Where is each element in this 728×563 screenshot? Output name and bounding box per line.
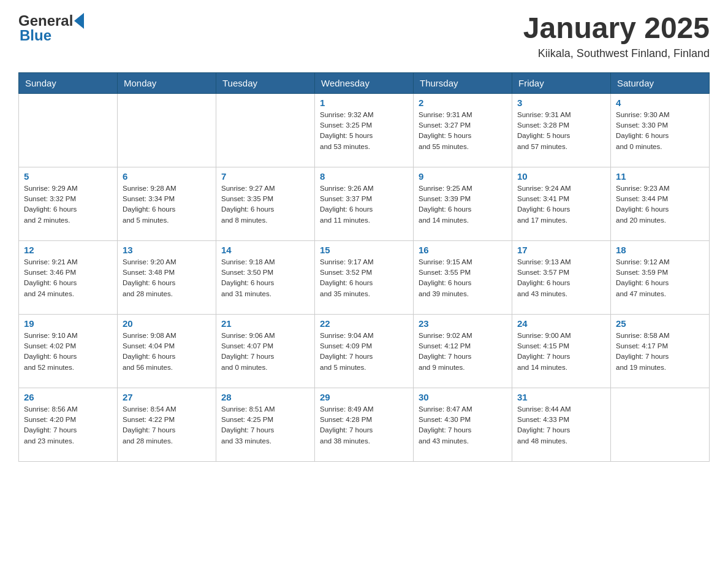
calendar-cell: 31Sunrise: 8:44 AM Sunset: 4:33 PM Dayli… (512, 388, 611, 461)
calendar-cell (118, 93, 216, 167)
day-info: Sunrise: 9:26 AM Sunset: 3:37 PM Dayligh… (320, 183, 408, 226)
day-info: Sunrise: 8:49 AM Sunset: 4:28 PM Dayligh… (320, 404, 408, 446)
day-info: Sunrise: 9:04 AM Sunset: 4:09 PM Dayligh… (320, 331, 408, 373)
day-number: 30 (419, 392, 507, 402)
calendar-cell: 29Sunrise: 8:49 AM Sunset: 4:28 PM Dayli… (315, 388, 414, 461)
day-info: Sunrise: 8:51 AM Sunset: 4:25 PM Dayligh… (221, 404, 309, 446)
page-title: January 2025 (523, 12, 710, 45)
calendar-cell: 21Sunrise: 9:06 AM Sunset: 4:07 PM Dayli… (216, 314, 315, 388)
day-number: 16 (419, 245, 507, 255)
day-info: Sunrise: 9:13 AM Sunset: 3:57 PM Dayligh… (517, 257, 605, 299)
calendar-table: SundayMondayTuesdayWednesdayThursdayFrid… (18, 72, 710, 462)
day-number: 25 (616, 318, 704, 329)
calendar-cell: 5Sunrise: 9:29 AM Sunset: 3:32 PM Daylig… (19, 167, 118, 240)
day-info: Sunrise: 9:15 AM Sunset: 3:55 PM Dayligh… (419, 257, 507, 299)
day-info: Sunrise: 8:44 AM Sunset: 4:33 PM Dayligh… (517, 404, 605, 446)
day-info: Sunrise: 9:08 AM Sunset: 4:04 PM Dayligh… (123, 331, 211, 373)
day-number: 3 (517, 98, 605, 108)
day-number: 4 (616, 98, 704, 108)
day-info: Sunrise: 8:56 AM Sunset: 4:20 PM Dayligh… (24, 404, 112, 446)
calendar-cell: 8Sunrise: 9:26 AM Sunset: 3:37 PM Daylig… (315, 167, 414, 240)
day-number: 24 (517, 318, 605, 329)
day-number: 10 (517, 171, 605, 182)
day-number: 14 (221, 245, 309, 255)
logo: General Blue (18, 12, 84, 44)
day-number: 2 (419, 98, 507, 108)
day-info: Sunrise: 9:31 AM Sunset: 3:28 PM Dayligh… (517, 110, 605, 152)
calendar-cell: 3Sunrise: 9:31 AM Sunset: 3:28 PM Daylig… (512, 93, 611, 167)
day-header-friday: Friday (512, 72, 611, 93)
day-info: Sunrise: 9:24 AM Sunset: 3:41 PM Dayligh… (517, 183, 605, 226)
day-number: 15 (320, 245, 408, 255)
day-info: Sunrise: 9:30 AM Sunset: 3:30 PM Dayligh… (616, 110, 704, 152)
day-info: Sunrise: 8:58 AM Sunset: 4:17 PM Dayligh… (616, 331, 704, 373)
day-info: Sunrise: 9:02 AM Sunset: 4:12 PM Dayligh… (419, 331, 507, 373)
day-info: Sunrise: 9:28 AM Sunset: 3:34 PM Dayligh… (123, 183, 211, 226)
page-header: General Blue January 2025 Kiikala, South… (18, 12, 710, 60)
calendar-week-4: 19Sunrise: 9:10 AM Sunset: 4:02 PM Dayli… (19, 314, 710, 388)
day-number: 11 (616, 171, 704, 182)
day-info: Sunrise: 8:54 AM Sunset: 4:22 PM Dayligh… (123, 404, 211, 446)
day-number: 18 (616, 245, 704, 255)
day-info: Sunrise: 9:18 AM Sunset: 3:50 PM Dayligh… (221, 257, 309, 299)
calendar-cell: 12Sunrise: 9:21 AM Sunset: 3:46 PM Dayli… (19, 240, 118, 314)
calendar-cell: 13Sunrise: 9:20 AM Sunset: 3:48 PM Dayli… (118, 240, 216, 314)
day-number: 21 (221, 318, 309, 329)
day-number: 7 (221, 171, 309, 182)
day-number: 12 (24, 245, 112, 255)
calendar-cell: 19Sunrise: 9:10 AM Sunset: 4:02 PM Dayli… (19, 314, 118, 388)
day-info: Sunrise: 9:10 AM Sunset: 4:02 PM Dayligh… (24, 331, 112, 373)
day-info: Sunrise: 9:20 AM Sunset: 3:48 PM Dayligh… (123, 257, 211, 299)
calendar-cell: 25Sunrise: 8:58 AM Sunset: 4:17 PM Dayli… (611, 314, 710, 388)
calendar-cell: 11Sunrise: 9:23 AM Sunset: 3:44 PM Dayli… (611, 167, 710, 240)
calendar-cell (216, 93, 315, 167)
day-number: 29 (320, 392, 408, 402)
calendar-cell: 27Sunrise: 8:54 AM Sunset: 4:22 PM Dayli… (118, 388, 216, 461)
day-info: Sunrise: 9:29 AM Sunset: 3:32 PM Dayligh… (24, 183, 112, 226)
calendar-cell: 2Sunrise: 9:31 AM Sunset: 3:27 PM Daylig… (414, 93, 512, 167)
calendar-cell (19, 93, 118, 167)
calendar-cell (611, 388, 710, 461)
calendar-cell: 4Sunrise: 9:30 AM Sunset: 3:30 PM Daylig… (611, 93, 710, 167)
day-info: Sunrise: 9:27 AM Sunset: 3:35 PM Dayligh… (221, 183, 309, 226)
day-info: Sunrise: 9:21 AM Sunset: 3:46 PM Dayligh… (24, 257, 112, 299)
calendar-cell: 30Sunrise: 8:47 AM Sunset: 4:30 PM Dayli… (414, 388, 512, 461)
day-number: 26 (24, 392, 112, 402)
calendar-cell: 17Sunrise: 9:13 AM Sunset: 3:57 PM Dayli… (512, 240, 611, 314)
calendar-cell: 1Sunrise: 9:32 AM Sunset: 3:25 PM Daylig… (315, 93, 414, 167)
day-header-thursday: Thursday (414, 72, 512, 93)
day-info: Sunrise: 9:23 AM Sunset: 3:44 PM Dayligh… (616, 183, 704, 226)
day-number: 8 (320, 171, 408, 182)
calendar-week-2: 5Sunrise: 9:29 AM Sunset: 3:32 PM Daylig… (19, 167, 710, 240)
calendar-cell: 24Sunrise: 9:00 AM Sunset: 4:15 PM Dayli… (512, 314, 611, 388)
calendar-cell: 14Sunrise: 9:18 AM Sunset: 3:50 PM Dayli… (216, 240, 315, 314)
day-info: Sunrise: 8:47 AM Sunset: 4:30 PM Dayligh… (419, 404, 507, 446)
calendar-cell: 7Sunrise: 9:27 AM Sunset: 3:35 PM Daylig… (216, 167, 315, 240)
calendar-cell: 10Sunrise: 9:24 AM Sunset: 3:41 PM Dayli… (512, 167, 611, 240)
title-block: January 2025 Kiikala, Southwest Finland,… (523, 12, 710, 60)
day-header-monday: Monday (118, 72, 216, 93)
day-number: 22 (320, 318, 408, 329)
logo-blue-text: Blue (20, 27, 51, 44)
day-info: Sunrise: 9:00 AM Sunset: 4:15 PM Dayligh… (517, 331, 605, 373)
day-number: 9 (419, 171, 507, 182)
calendar-week-1: 1Sunrise: 9:32 AM Sunset: 3:25 PM Daylig… (19, 93, 710, 167)
day-number: 31 (517, 392, 605, 402)
day-info: Sunrise: 9:25 AM Sunset: 3:39 PM Dayligh… (419, 183, 507, 226)
day-info: Sunrise: 9:17 AM Sunset: 3:52 PM Dayligh… (320, 257, 408, 299)
day-number: 17 (517, 245, 605, 255)
day-number: 19 (24, 318, 112, 329)
day-number: 1 (320, 98, 408, 108)
day-number: 23 (419, 318, 507, 329)
day-number: 5 (24, 171, 112, 182)
calendar-cell: 15Sunrise: 9:17 AM Sunset: 3:52 PM Dayli… (315, 240, 414, 314)
day-info: Sunrise: 9:06 AM Sunset: 4:07 PM Dayligh… (221, 331, 309, 373)
calendar-cell: 6Sunrise: 9:28 AM Sunset: 3:34 PM Daylig… (118, 167, 216, 240)
day-number: 6 (123, 171, 211, 182)
calendar-cell: 9Sunrise: 9:25 AM Sunset: 3:39 PM Daylig… (414, 167, 512, 240)
day-header-tuesday: Tuesday (216, 72, 315, 93)
page-subtitle: Kiikala, Southwest Finland, Finland (523, 47, 710, 60)
day-info: Sunrise: 9:12 AM Sunset: 3:59 PM Dayligh… (616, 257, 704, 299)
calendar-cell: 16Sunrise: 9:15 AM Sunset: 3:55 PM Dayli… (414, 240, 512, 314)
day-info: Sunrise: 9:31 AM Sunset: 3:27 PM Dayligh… (419, 110, 507, 152)
